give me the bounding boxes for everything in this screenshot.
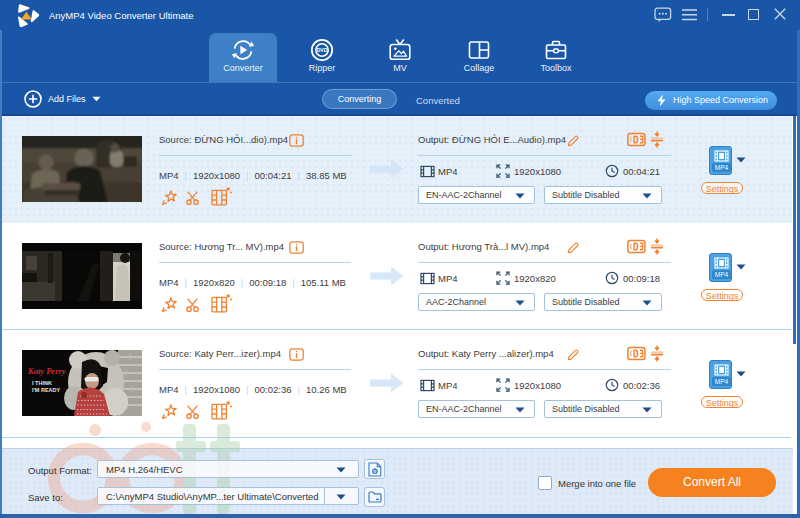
- svg-text:I THINK: I THINK: [32, 380, 52, 386]
- svg-text:Katy Perry: Katy Perry: [27, 366, 66, 376]
- svg-text:I'M READY: I'M READY: [32, 387, 61, 393]
- svg-text:DVD: DVD: [317, 47, 328, 53]
